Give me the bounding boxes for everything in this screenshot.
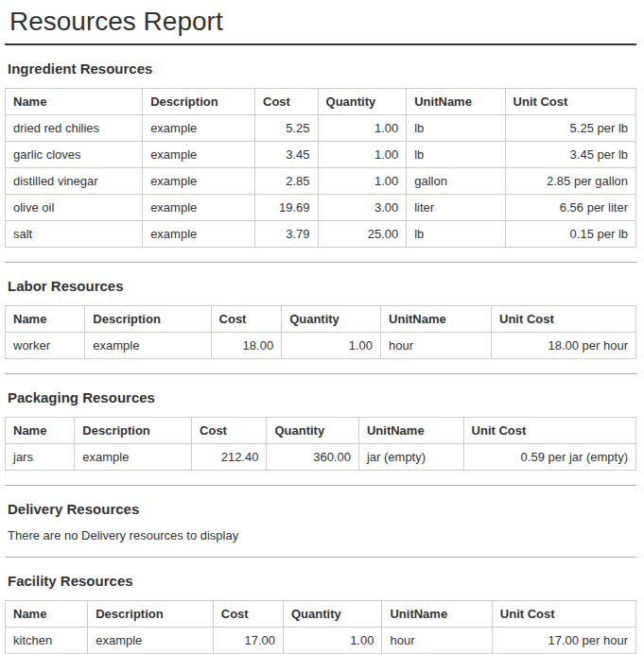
resource-table: NameDescriptionCostQuantityUnitNameUnit …: [5, 600, 636, 654]
column-header-unit-cost: Unit Cost: [492, 601, 635, 628]
column-header-quantity: Quantity: [283, 601, 381, 628]
section-heading: Facility Resources: [5, 573, 636, 589]
resource-section-packaging-resources: Packaging ResourcesNameDescriptionCostQu…: [5, 389, 636, 471]
cell-name: worker: [6, 333, 85, 359]
section-divider: [5, 557, 636, 558]
column-header-unit-cost: Unit Cost: [492, 306, 636, 333]
table-row: kitchenexample17.001.00hour17.00 per hou…: [6, 628, 636, 654]
column-header-unitname: UnitName: [358, 418, 463, 444]
section-divider: [5, 262, 636, 263]
cell-quantity: 1.00: [318, 115, 407, 142]
cell-unit-cost: 3.45 per lb: [505, 142, 635, 168]
column-header-quantity: Quantity: [282, 306, 381, 333]
cell-name: olive oil: [6, 195, 143, 221]
resource-table: NameDescriptionCostQuantityUnitNameUnit …: [5, 88, 636, 248]
column-header-unit-cost: Unit Cost: [463, 418, 635, 444]
resource-section-ingredient-resources: Ingredient ResourcesNameDescriptionCostQ…: [5, 60, 636, 248]
cell-cost: 19.69: [255, 195, 319, 221]
cell-cost: 3.79: [255, 221, 319, 248]
column-header-unitname: UnitName: [407, 89, 505, 115]
resource-table: NameDescriptionCostQuantityUnitNameUnit …: [5, 417, 636, 471]
section-heading: Labor Resources: [5, 278, 636, 294]
cell-quantity: 1.00: [283, 628, 381, 654]
section-divider: [5, 485, 636, 486]
section-heading: Delivery Resources: [5, 501, 636, 517]
cell-description: example: [143, 168, 255, 195]
table-row: garlic clovesexample3.451.00lb3.45 per l…: [6, 142, 636, 168]
cell-description: example: [143, 115, 255, 142]
section-divider: [5, 373, 636, 374]
column-header-cost: Cost: [211, 306, 282, 333]
cell-description: example: [85, 333, 211, 359]
column-header-description: Description: [75, 418, 192, 444]
column-header-cost: Cost: [255, 89, 319, 115]
table-row: dried red chiliesexample5.251.00lb5.25 p…: [6, 115, 636, 142]
column-header-cost: Cost: [192, 418, 267, 444]
cell-unitname: hour: [382, 628, 492, 654]
cell-unitname: lb: [407, 142, 505, 168]
cell-unitname: lb: [407, 221, 505, 248]
cell-unitname: liter: [407, 195, 505, 221]
cell-quantity: 25.00: [318, 221, 407, 248]
cell-cost: 18.00: [211, 333, 282, 359]
cell-description: example: [88, 628, 214, 654]
cell-unitname: gallon: [407, 168, 505, 195]
column-header-cost: Cost: [213, 601, 283, 628]
cell-quantity: 360.00: [267, 444, 359, 471]
section-heading: Packaging Resources: [5, 389, 636, 405]
cell-quantity: 3.00: [318, 195, 407, 221]
cell-name: distilled vinegar: [6, 168, 143, 195]
cell-unitname: lb: [407, 115, 505, 142]
table-row: distilled vinegarexample2.851.00gallon2.…: [6, 168, 636, 195]
column-header-name: Name: [6, 418, 75, 444]
column-header-name: Name: [6, 601, 88, 628]
cell-name: jars: [6, 444, 75, 471]
cell-description: example: [143, 142, 255, 168]
cell-unit-cost: 0.15 per lb: [505, 221, 635, 248]
table-header-row: NameDescriptionCostQuantityUnitNameUnit …: [6, 306, 636, 333]
cell-quantity: 1.00: [282, 333, 381, 359]
cell-cost: 17.00: [213, 628, 283, 654]
column-header-unitname: UnitName: [382, 601, 492, 628]
cell-unit-cost: 0.59 per jar (empty): [463, 444, 635, 471]
table-row: saltexample3.7925.00lb0.15 per lb: [6, 221, 636, 248]
resources-report-page: Resources Report Ingredient ResourcesNam…: [5, 4, 636, 654]
cell-unitname: hour: [381, 333, 492, 359]
cell-unit-cost: 2.85 per gallon: [505, 168, 635, 195]
resource-section-delivery-resources: Delivery ResourcesThere are no Delivery …: [5, 501, 636, 542]
cell-unit-cost: 5.25 per lb: [505, 115, 635, 142]
column-header-name: Name: [6, 306, 85, 333]
table-header-row: NameDescriptionCostQuantityUnitNameUnit …: [6, 89, 636, 115]
resource-table: NameDescriptionCostQuantityUnitNameUnit …: [5, 305, 636, 359]
cell-name: salt: [6, 221, 143, 248]
cell-description: example: [143, 221, 255, 248]
resource-section-labor-resources: Labor ResourcesNameDescriptionCostQuanti…: [5, 278, 636, 359]
column-header-name: Name: [6, 89, 143, 115]
cell-cost: 2.85: [255, 168, 319, 195]
table-header-row: NameDescriptionCostQuantityUnitNameUnit …: [6, 601, 636, 628]
cell-unitname: jar (empty): [358, 444, 463, 471]
cell-cost: 5.25: [255, 115, 319, 142]
column-header-quantity: Quantity: [267, 418, 359, 444]
table-header-row: NameDescriptionCostQuantityUnitNameUnit …: [6, 418, 636, 444]
table-row: jarsexample212.40360.00jar (empty)0.59 p…: [6, 444, 636, 471]
cell-description: example: [75, 444, 192, 471]
column-header-description: Description: [143, 89, 255, 115]
resource-section-facility-resources: Facility ResourcesNameDescriptionCostQua…: [5, 573, 636, 654]
table-row: workerexample18.001.00hour18.00 per hour: [6, 333, 636, 359]
cell-unit-cost: 6.56 per liter: [505, 195, 635, 221]
column-header-description: Description: [88, 601, 214, 628]
column-header-quantity: Quantity: [318, 89, 407, 115]
empty-message: There are no Delivery resources to displ…: [5, 528, 636, 542]
table-row: olive oilexample19.693.00liter6.56 per l…: [6, 195, 636, 221]
column-header-unit-cost: Unit Cost: [505, 89, 635, 115]
column-header-unitname: UnitName: [381, 306, 492, 333]
cell-quantity: 1.00: [318, 142, 407, 168]
cell-description: example: [143, 195, 255, 221]
cell-quantity: 1.00: [318, 168, 407, 195]
cell-cost: 3.45: [255, 142, 319, 168]
section-heading: Ingredient Resources: [5, 60, 636, 77]
cell-name: garlic cloves: [6, 142, 143, 168]
cell-name: kitchen: [6, 628, 88, 654]
report-sections: Ingredient ResourcesNameDescriptionCostQ…: [5, 60, 636, 654]
